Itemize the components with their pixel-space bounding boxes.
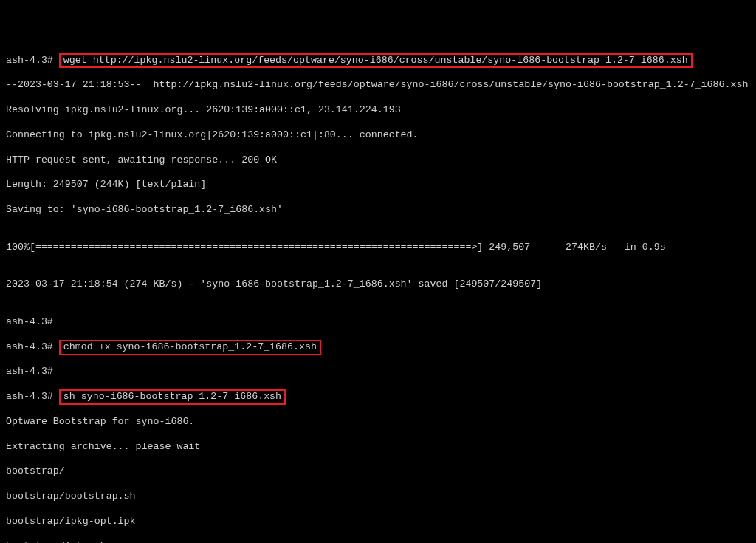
terminal-output: bootstrap/ — [6, 465, 750, 478]
terminal-line: ash-4.3# sh syno-i686-bootstrap_1.2-7_i6… — [6, 391, 750, 403]
terminal-output: Saving to: 'syno-i686-bootstrap_1.2-7_i6… — [6, 204, 750, 216]
terminal-output: HTTP request sent, awaiting response... … — [6, 154, 750, 167]
shell-prompt: ash-4.3# — [6, 391, 53, 402]
shell-prompt: ash-4.3# — [6, 316, 53, 327]
terminal-output: bootstrap/ipkg-opt.ipk — [6, 516, 750, 528]
terminal-output: 100%[===================================… — [6, 242, 750, 254]
command-sh: sh syno-i686-bootstrap_1.2-7_i686.xsh — [63, 391, 281, 402]
terminal-line: ash-4.3# wget http://ipkg.nslu2-linux.or… — [6, 55, 750, 67]
terminal-output: Length: 249507 (244K) [text/plain] — [6, 179, 750, 191]
terminal-output: bootstrap/bootstrap.sh — [6, 491, 750, 503]
shell-prompt: ash-4.3# — [6, 55, 53, 66]
terminal-line: ash-4.3# chmod +x syno-i686-bootstrap_1.… — [6, 341, 750, 354]
terminal-line: ash-4.3# — [6, 316, 750, 329]
terminal-output: --2023-03-17 21:18:53-- http://ipkg.nslu… — [6, 79, 750, 92]
command-highlight-sh: sh syno-i686-bootstrap_1.2-7_i686.xsh — [59, 389, 286, 405]
command-chmod: chmod +x syno-i686-bootstrap_1.2-7_i686.… — [63, 341, 317, 352]
terminal-output: 2023-03-17 21:18:54 (274 KB/s) - 'syno-i… — [6, 279, 750, 291]
command-highlight-wget: wget http://ipkg.nslu2-linux.org/feeds/o… — [59, 53, 693, 69]
terminal-output: Resolving ipkg.nslu2-linux.org... 2620:1… — [6, 104, 750, 117]
terminal-output: Extracting archive... please wait — [6, 441, 750, 454]
terminal-line: ash-4.3# — [6, 366, 750, 378]
shell-prompt: ash-4.3# — [6, 341, 53, 352]
terminal-output: Connecting to ipkg.nslu2-linux.org|2620:… — [6, 129, 750, 142]
terminal-output: bootstrap/ipkg.sh — [6, 541, 750, 543]
command-highlight-chmod: chmod +x syno-i686-bootstrap_1.2-7_i686.… — [59, 340, 321, 355]
shell-prompt: ash-4.3# — [6, 366, 53, 377]
terminal-output: Optware Bootstrap for syno-i686. — [6, 416, 750, 428]
command-wget: wget http://ipkg.nslu2-linux.org/feeds/o… — [63, 55, 688, 66]
